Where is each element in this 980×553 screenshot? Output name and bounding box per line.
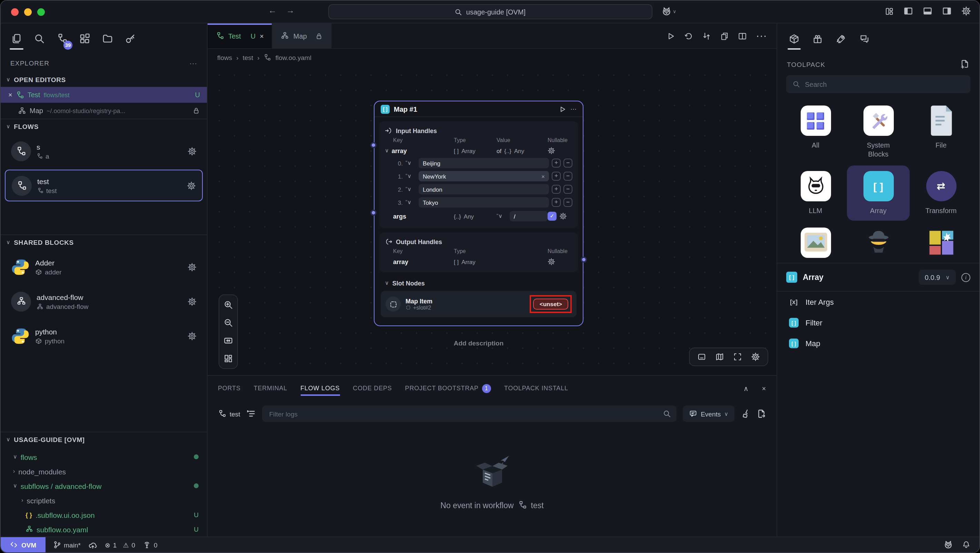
tile-llm[interactable]: LLM [784,165,847,221]
toggle-panel-icon[interactable] [923,6,932,16]
add-item-button[interactable]: + [552,159,561,168]
toggle-sidebar-icon[interactable] [904,6,913,16]
string-type-icon[interactable]: “∨ [406,160,416,166]
open-editor-item-map[interactable]: Map ~/.oomol-studio/registry-pa... [1,103,207,119]
string-type-icon[interactable]: “∨ [496,213,507,219]
gear-icon[interactable] [188,297,197,306]
add-item-button[interactable]: + [552,198,561,207]
clear-icon[interactable]: × [541,173,545,180]
mascot-icon[interactable] [661,6,671,17]
forward-button[interactable]: → [286,6,294,15]
workspace-tree-header[interactable]: ∨ USAGE-GUIDE [OVM] [1,432,207,447]
node-more-icon[interactable]: ··· [570,105,577,113]
maximize-panel-icon[interactable]: ∧ [743,385,749,392]
tree-item-subflow-json[interactable]: { } .subflow.ui.oo.json U [1,507,207,522]
args-value-input[interactable]: / [510,211,547,221]
minimize-window-button[interactable] [24,8,32,16]
tile-file[interactable]: File [910,100,972,164]
clear-logs-icon[interactable] [741,409,750,418]
nullable-checkbox[interactable]: ✓ [547,212,557,221]
tab-terminal[interactable]: TERMINAL [254,376,287,400]
tile-array[interactable]: [ ] Array [847,165,910,221]
tab-ports[interactable]: PORTS [218,376,241,400]
add-description-button[interactable]: Add description [374,339,584,347]
tree-item-node-modules[interactable]: › node_modules [1,464,207,478]
remove-item-button[interactable]: − [563,172,573,181]
problems-indicator[interactable]: ⊗1 ⚠0 [105,541,135,548]
explorer-more-icon[interactable]: ··· [189,59,197,67]
slot-node-card[interactable]: Map Item +slot#2 <unset> [381,291,577,317]
tile-images[interactable] [784,222,847,263]
sync-button[interactable] [88,540,97,549]
open-editors-header[interactable]: ∨ OPEN EDITORS [1,72,207,87]
tab-flow-logs[interactable]: FLOW LOGS [300,376,340,400]
output-handle-dot[interactable] [581,256,587,263]
minimap-icon[interactable] [715,352,724,361]
command-center-search[interactable]: usage-guide [OVM] [328,4,652,19]
back-button[interactable]: ← [268,6,277,15]
block-item-filter[interactable]: [ ] Filter [777,312,979,333]
array-item-input[interactable]: NewYork × [418,171,549,181]
block-item-iter-args[interactable]: [x] Iter Args [777,292,979,312]
log-flow-selector[interactable]: test [218,410,240,418]
chevron-down-icon[interactable]: ∨ [673,9,676,14]
more-actions-icon[interactable]: ··· [756,30,767,42]
remove-item-button[interactable]: − [563,185,573,194]
string-type-icon[interactable]: “∨ [406,186,416,192]
tree-item-scriptlets[interactable]: › scriptlets [1,493,207,507]
map-node[interactable]: [ ] Map #1 ··· Input Handles Key [374,101,584,326]
settings-gear-icon[interactable] [961,6,971,16]
version-dropdown[interactable]: 0.0.9 ∨ [919,270,956,285]
tree-item-subflows[interactable]: ∨ subflows / advanced-flow [1,478,207,493]
remote-indicator[interactable]: OVM [1,537,45,552]
shared-block-advanced-flow[interactable]: advanced-flow advanced-flow [5,286,203,317]
auto-layout-icon[interactable] [223,352,233,365]
zoom-out-icon[interactable] [223,316,233,329]
shared-block-adder[interactable]: Adder adder [5,251,203,283]
gear-icon[interactable] [188,146,197,156]
input-handle-dot[interactable] [370,142,377,148]
flows-activity-icon[interactable]: 39 [57,24,68,54]
gear-icon[interactable] [547,147,555,154]
events-dropdown[interactable]: Events ∨ [683,405,735,422]
mascot-icon[interactable] [943,540,953,550]
remove-item-button[interactable]: − [563,159,573,168]
tile-collage[interactable] [910,222,972,263]
flow-item-test[interactable]: test test [5,170,203,201]
string-type-icon[interactable]: “∨ [406,199,416,205]
block-item-map[interactable]: [ ] Map [777,333,979,354]
gear-icon[interactable] [559,212,567,220]
array-item-input[interactable]: London [418,184,549,194]
canvas-settings-icon[interactable] [751,352,760,361]
array-item-input[interactable]: Tokyo [418,197,549,208]
extensions-icon[interactable] [79,24,90,54]
toolpack-search-input[interactable] [805,80,964,88]
toolpack-search[interactable] [786,75,970,93]
zoom-in-icon[interactable] [223,299,233,311]
tile-transform[interactable]: ⇄ Transform [910,165,972,221]
add-item-button[interactable]: + [552,172,561,181]
chevron-down-icon[interactable]: ∨ [385,148,389,154]
tab-map[interactable]: Map [273,24,332,48]
input-handle-dot[interactable] [370,210,377,216]
tab-test[interactable]: Test U × [208,24,273,48]
tile-scraper[interactable] [847,222,910,263]
chevron-down-icon[interactable]: ∨ [385,280,389,286]
duplicate-icon[interactable] [720,31,729,40]
console-panel-icon[interactable] [697,352,706,361]
gear-icon[interactable] [188,331,197,340]
fullscreen-icon[interactable] [733,352,742,361]
secrets-key-icon[interactable] [125,24,136,54]
toolpack-package-icon[interactable] [789,24,799,54]
tile-system-blocks[interactable]: System Blocks [847,100,910,164]
run-icon[interactable] [666,31,675,40]
shared-blocks-header[interactable]: ∨ SHARED BLOCKS [1,234,207,249]
array-item-input[interactable]: Beijing [418,158,549,168]
breadcrumb[interactable]: flows› test› flow.oo.yaml [208,49,776,66]
add-item-button[interactable]: + [552,185,561,194]
ports-indicator[interactable]: 0 [143,540,158,549]
gear-icon[interactable] [547,258,555,265]
open-editor-item-test[interactable]: × Test flows/test U [1,87,207,103]
new-toolpack-icon[interactable] [960,59,970,69]
run-node-icon[interactable] [558,105,566,113]
